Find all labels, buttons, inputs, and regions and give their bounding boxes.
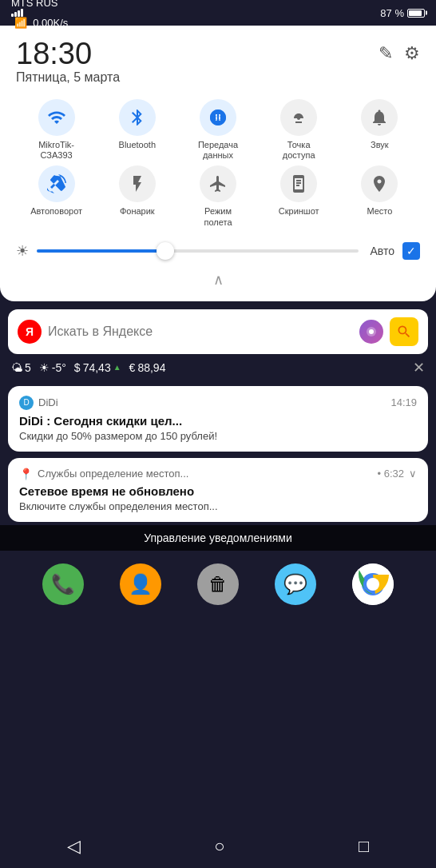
sun-temp-item: ☀ -5° xyxy=(39,361,66,374)
location-notification[interactable]: 📍 Службы определение местоп... • 6:32 ∨ … xyxy=(8,458,428,522)
brightness-thumb[interactable] xyxy=(157,242,174,260)
weather-item: 🌤 5 xyxy=(11,361,31,374)
ticker-close-button[interactable]: ✕ xyxy=(413,359,425,376)
toggle-wifi[interactable]: MikroTik-СЗА393 xyxy=(16,99,97,161)
hotspot-icon-wrap xyxy=(280,99,317,136)
didi-notif-header: D DiDi 14:19 xyxy=(19,396,417,410)
dollar-item: $ 74,43 ▲ xyxy=(74,361,121,374)
airplane-icon xyxy=(208,174,228,193)
screenshot-icon-wrap xyxy=(280,165,317,202)
brightness-slider[interactable] xyxy=(37,249,359,253)
quick-settings-panel: 18:30 Пятница, 5 марта ✎ ⚙ MikroTik-СЗА3… xyxy=(0,26,436,301)
dollar-arrow-icon: ▲ xyxy=(113,363,121,372)
contacts-icon: 👤 xyxy=(120,563,161,605)
home-button[interactable]: ○ xyxy=(208,830,231,863)
data-label: Передачаданных xyxy=(198,140,238,161)
alice-icon xyxy=(364,325,379,339)
time-row: 18:30 Пятница, 5 марта ✎ ⚙ xyxy=(16,38,420,85)
carrier-label: MTS RUS 📶 0,00K/s xyxy=(11,0,68,29)
back-button[interactable]: ◁ xyxy=(61,830,87,863)
hotspot-icon xyxy=(289,108,308,127)
status-bar: MTS RUS 📶 0,00K/s 87 % xyxy=(0,0,436,26)
trash-icon: 🗑 xyxy=(197,563,239,605)
didi-notif-time: 14:19 xyxy=(390,396,417,408)
settings-button[interactable]: ⚙ xyxy=(404,43,420,64)
manage-notifications-bar[interactable]: Управление уведомлениями xyxy=(0,525,436,551)
airplane-label: Режимполета xyxy=(204,206,232,227)
chrome-icon xyxy=(352,563,394,605)
didi-app-name: DiDi xyxy=(38,396,58,408)
network-speed: 0,00K/s xyxy=(33,17,68,29)
yandex-search-button[interactable] xyxy=(390,317,418,346)
bluetooth-icon-wrap xyxy=(119,99,156,136)
airplane-icon-wrap xyxy=(200,165,236,202)
sun-temp: -5° xyxy=(52,361,66,374)
flashlight-icon-wrap xyxy=(119,165,156,202)
brightness-icon: ☀ xyxy=(16,242,29,260)
flashlight-label: Фонарик xyxy=(120,206,155,217)
recents-icon: □ xyxy=(359,836,369,856)
app-phone[interactable]: 📞 xyxy=(42,563,84,605)
didi-app-icon: D xyxy=(19,396,34,410)
app-messages[interactable]: 💬 xyxy=(275,563,316,605)
edit-icon: ✎ xyxy=(379,43,393,63)
autorotate-label: Автоповорот xyxy=(30,206,82,217)
toggles-grid: MikroTik-СЗА393 Bluetooth ① Передачаданн… xyxy=(16,99,420,228)
time-actions: ✎ ⚙ xyxy=(379,38,420,64)
app-contacts[interactable]: 👤 xyxy=(120,563,161,605)
didi-notif-body: Скидки до 50% размером до 150 рублей! xyxy=(19,430,417,442)
wifi-icon-wrap xyxy=(38,99,75,136)
autorotate-icon xyxy=(47,174,66,193)
battery-icon xyxy=(407,9,425,18)
auto-checkbox[interactable]: ✓ xyxy=(402,242,420,260)
home-apps-row: 📞 👤 🗑 💬 xyxy=(0,555,436,613)
autorotate-icon-wrap xyxy=(38,165,75,202)
toggle-autorotate[interactable]: Автоповорот xyxy=(16,165,97,227)
manage-notifications-label: Управление уведомлениями xyxy=(144,532,292,544)
didi-notif-title: DiDi : Сегодня скидки цел... xyxy=(19,414,417,428)
app-chrome[interactable] xyxy=(352,563,394,605)
yandex-search-bar[interactable]: Я xyxy=(8,309,428,354)
toggle-bluetooth[interactable]: Bluetooth xyxy=(97,99,177,161)
toggle-sound[interactable]: Звук xyxy=(339,99,420,161)
loc-notif-body: Включите службы определения местоп... xyxy=(19,500,417,512)
yandex-search-input[interactable] xyxy=(48,325,353,339)
toggle-flashlight[interactable]: Фонарик xyxy=(97,165,177,227)
yandex-logo: Я xyxy=(18,320,42,344)
svg-text:①: ① xyxy=(215,114,221,122)
back-icon: ◁ xyxy=(67,836,81,856)
didi-notification[interactable]: D DiDi 14:19 DiDi : Сегодня скидки цел..… xyxy=(8,386,428,452)
home-icon: ○ xyxy=(214,836,224,856)
sound-icon xyxy=(370,108,389,127)
data-icon-wrap: ① xyxy=(200,99,236,136)
euro-label: € xyxy=(129,361,136,374)
location-notif-icon: 📍 xyxy=(19,468,33,480)
toggle-hotspot[interactable]: Точкадоступа xyxy=(259,99,339,161)
svg-point-3 xyxy=(369,329,374,334)
loc-notif-title: Сетевое время не обновлено xyxy=(19,484,417,498)
settings-icon: ⚙ xyxy=(404,43,420,63)
recents-button[interactable]: □ xyxy=(352,830,375,863)
euro-value: 88,94 xyxy=(137,361,165,374)
dollar-value: 74,43 xyxy=(83,361,111,374)
toggle-airplane[interactable]: Режимполета xyxy=(177,165,258,227)
toggle-screenshot[interactable]: Скриншот xyxy=(259,165,339,227)
toggle-location[interactable]: Место xyxy=(339,165,420,227)
date-text: Пятница, 5 марта xyxy=(16,70,120,85)
location-icon xyxy=(370,174,389,193)
dollar-label: $ xyxy=(74,361,81,374)
location-icon-wrap xyxy=(361,165,398,202)
app-trash[interactable]: 🗑 xyxy=(197,563,239,605)
ticker-bar: 🌤 5 ☀ -5° $ 74,43 ▲ € 88,94 ✕ xyxy=(0,354,436,381)
alice-button[interactable] xyxy=(359,320,383,344)
sound-icon-wrap xyxy=(361,99,398,136)
carrier-name: MTS RUS xyxy=(11,0,58,9)
flashlight-icon xyxy=(128,174,147,193)
edit-button[interactable]: ✎ xyxy=(379,43,393,64)
search-icon xyxy=(396,324,412,340)
loc-app-name: Службы определение местоп... xyxy=(38,468,188,480)
loc-notif-expand-icon[interactable]: ∨ xyxy=(409,468,417,480)
panel-chevron[interactable]: ∧ xyxy=(16,268,420,290)
toggle-data[interactable]: ① Передачаданных xyxy=(177,99,258,161)
weather-icon: 🌤 xyxy=(11,361,22,374)
